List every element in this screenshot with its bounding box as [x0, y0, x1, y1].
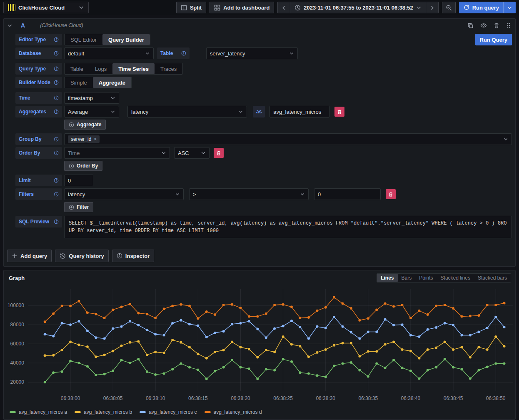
data-point[interactable] [290, 306, 293, 308]
zoom-out-button[interactable] [442, 2, 456, 13]
data-point[interactable] [137, 312, 140, 315]
graph-style-stacked-bars[interactable]: Stacked bars [474, 274, 511, 282]
data-point[interactable] [299, 317, 301, 319]
data-point[interactable] [103, 354, 106, 356]
data-point[interactable] [486, 366, 489, 368]
data-point[interactable] [307, 372, 310, 375]
data-point[interactable] [146, 370, 148, 373]
legend-item-avg_latency_micros-d[interactable]: avg_latency_micros d [205, 409, 262, 415]
data-point[interactable] [120, 325, 123, 328]
data-point[interactable] [409, 350, 412, 352]
time-column-select[interactable]: timestamp [64, 92, 119, 104]
add-query-button[interactable]: Add query [7, 250, 52, 262]
data-point[interactable] [316, 374, 318, 377]
collapse-chevron-icon[interactable] [7, 23, 12, 28]
data-point[interactable] [112, 327, 114, 330]
data-point[interactable] [452, 348, 454, 351]
data-point[interactable] [384, 343, 387, 345]
data-point[interactable] [214, 313, 216, 316]
info-icon[interactable] [54, 219, 59, 224]
data-point[interactable] [69, 360, 72, 362]
data-point[interactable] [384, 302, 387, 305]
data-point[interactable] [171, 339, 174, 341]
data-point[interactable] [461, 368, 463, 370]
filter-operator-select[interactable]: > [189, 188, 309, 200]
drag-handle-icon[interactable] [506, 22, 511, 28]
data-point[interactable] [316, 351, 318, 354]
inspector-button[interactable]: Inspector [112, 250, 155, 262]
order-by-field-select[interactable]: Time [64, 147, 170, 159]
builder-mode-option-simple[interactable]: Simple [65, 77, 93, 88]
data-point[interactable] [154, 351, 157, 353]
datasource-picker[interactable]: ClickHouse Cloud [3, 2, 89, 13]
remove-aggregate-button[interactable] [334, 107, 344, 117]
data-point[interactable] [375, 350, 378, 353]
data-point[interactable] [452, 307, 454, 310]
data-point[interactable] [163, 334, 165, 337]
data-point[interactable] [461, 334, 463, 337]
data-point[interactable] [333, 316, 335, 318]
data-point[interactable] [61, 322, 63, 325]
data-point[interactable] [129, 362, 131, 364]
data-point[interactable] [427, 348, 429, 351]
data-point[interactable] [444, 341, 446, 343]
data-point[interactable] [146, 354, 148, 356]
data-point[interactable] [494, 304, 497, 306]
data-point[interactable] [137, 340, 140, 343]
data-point[interactable] [171, 305, 174, 307]
data-point[interactable] [44, 320, 46, 323]
time-range-forward-button[interactable] [426, 2, 439, 13]
info-icon[interactable] [54, 192, 59, 197]
graph-style-lines[interactable]: Lines [377, 274, 397, 282]
data-point[interactable] [316, 325, 318, 328]
info-icon[interactable] [54, 66, 59, 71]
data-point[interactable] [503, 362, 506, 365]
data-point[interactable] [129, 320, 131, 322]
legend-item-avg_latency_micros-c[interactable]: avg_latency_micros c [140, 409, 197, 415]
data-point[interactable] [503, 345, 506, 348]
data-point[interactable] [265, 368, 267, 370]
data-point[interactable] [231, 303, 233, 306]
run-query-dropdown-toggle[interactable] [504, 2, 516, 13]
data-point[interactable] [409, 370, 412, 372]
data-point[interactable] [477, 314, 480, 317]
data-point[interactable] [273, 369, 276, 372]
data-point[interactable] [486, 327, 489, 329]
panel-run-query-button[interactable]: Run Query [475, 34, 512, 45]
data-point[interactable] [248, 348, 250, 350]
data-point[interactable] [392, 324, 395, 326]
data-point[interactable] [290, 360, 293, 363]
data-point[interactable] [401, 348, 404, 351]
run-query-button[interactable]: Run query [459, 2, 504, 13]
data-point[interactable] [61, 305, 63, 307]
data-point[interactable] [427, 313, 429, 316]
data-point[interactable] [392, 341, 395, 343]
data-point[interactable] [401, 367, 404, 369]
data-point[interactable] [265, 336, 267, 339]
aggregate-alias-input[interactable] [273, 109, 326, 115]
info-icon[interactable] [54, 109, 59, 114]
info-icon[interactable] [181, 51, 186, 56]
data-point[interactable] [146, 313, 148, 315]
data-point[interactable] [494, 335, 497, 338]
data-point[interactable] [350, 342, 352, 344]
data-point[interactable] [239, 366, 242, 369]
data-point[interactable] [86, 311, 89, 314]
split-button[interactable]: Split [176, 2, 206, 13]
data-point[interactable] [248, 368, 250, 370]
data-point[interactable] [77, 300, 80, 302]
data-point[interactable] [265, 349, 267, 351]
data-point[interactable] [180, 319, 182, 322]
data-point[interactable] [205, 310, 208, 313]
data-point[interactable] [324, 306, 327, 309]
data-point[interactable] [367, 317, 369, 320]
info-icon[interactable] [54, 51, 59, 56]
data-point[interactable] [52, 354, 55, 357]
data-point[interactable] [307, 316, 310, 319]
data-point[interactable] [273, 351, 276, 353]
data-point[interactable] [256, 356, 259, 358]
data-point[interactable] [392, 305, 395, 308]
data-point[interactable] [367, 375, 369, 378]
data-point[interactable] [358, 338, 361, 340]
data-point[interactable] [205, 336, 208, 338]
